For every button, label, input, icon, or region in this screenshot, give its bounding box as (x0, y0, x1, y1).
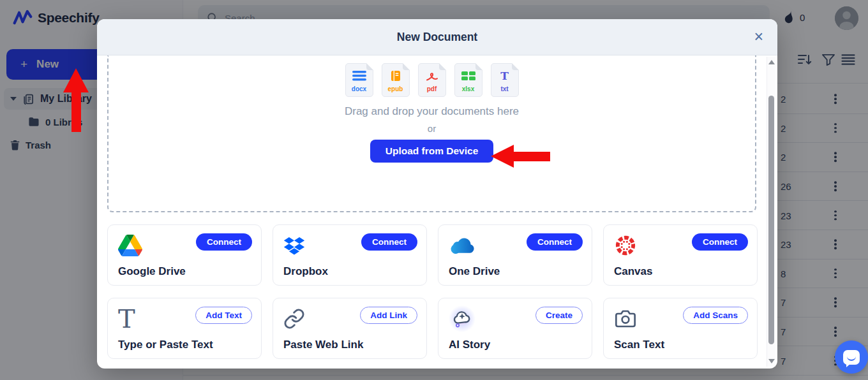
import-cards-grid: Connect Google Drive Connect Dropbox Con… (107, 224, 758, 359)
annotation-arrow-left-head (491, 145, 514, 168)
card-label: Paste Web Link (283, 339, 363, 351)
card-label: AI Story (449, 339, 490, 351)
file-type-icons: docx epub pdf xlsx T txt (108, 63, 755, 97)
card-label: Dropbox (283, 265, 328, 278)
card-google-drive[interactable]: Connect Google Drive (107, 224, 262, 286)
file-type-label: docx (352, 85, 366, 92)
add-link-button[interactable]: Add Link (360, 307, 417, 324)
add-scans-button[interactable]: Add Scans (683, 307, 748, 324)
add-text-button[interactable]: Add Text (195, 307, 252, 324)
drag-drop-text: Drag and drop your documents here (108, 105, 755, 118)
onedrive-icon (449, 233, 474, 258)
google-drive-icon (118, 233, 142, 258)
upload-from-device-button[interactable]: Upload from Device (370, 140, 494, 163)
card-label: Type or Paste Text (118, 339, 213, 351)
app-root: Speechify + New My Library 0 Libros Tras… (0, 0, 868, 380)
text-T-icon: T (118, 306, 135, 332)
link-icon (283, 306, 305, 332)
dropbox-icon (283, 233, 305, 258)
chat-launcher-button[interactable] (835, 340, 868, 374)
scrollbar-thumb[interactable] (768, 96, 774, 344)
file-type-pdf: pdf (418, 63, 446, 97)
card-label: Canvas (614, 265, 652, 278)
epub-book-icon (389, 66, 402, 86)
connect-canvas-button[interactable]: Connect (692, 233, 748, 251)
annotation-arrow-up-head (63, 68, 89, 92)
close-icon[interactable]: × (754, 27, 763, 46)
connect-dropbox-button[interactable]: Connect (361, 233, 417, 251)
camera-icon (614, 306, 637, 332)
scroll-up-arrow-icon[interactable] (768, 60, 775, 64)
or-text: or (108, 123, 755, 134)
file-type-epub: epub (382, 63, 410, 97)
annotation-arrow-left-shaft (513, 152, 550, 161)
new-document-modal: New Document × docx epub pdf (97, 19, 777, 369)
file-type-label: epub (388, 85, 403, 92)
file-type-xlsx: xlsx (454, 63, 483, 97)
create-ai-story-button[interactable]: Create (535, 307, 583, 324)
chat-bubble-icon (843, 350, 860, 365)
docx-lines-icon (352, 66, 366, 86)
card-type-or-paste-text[interactable]: T Add Text Type or Paste Text (107, 298, 262, 359)
file-type-label: pdf (427, 85, 437, 92)
modal-header: New Document × (97, 19, 777, 55)
file-type-label: txt (500, 85, 508, 92)
card-dropbox[interactable]: Connect Dropbox (273, 224, 427, 286)
card-one-drive[interactable]: Connect One Drive (438, 224, 592, 286)
card-label: One Drive (449, 265, 500, 278)
file-type-txt: T txt (491, 63, 519, 97)
modal-title: New Document (97, 19, 777, 55)
annotation-arrow-up-shaft (71, 91, 81, 132)
ai-story-sparkle-icon (449, 306, 475, 332)
connect-google-drive-button[interactable]: Connect (196, 233, 252, 251)
card-ai-story[interactable]: Create AI Story (438, 298, 592, 359)
card-label: Scan Text (614, 339, 664, 351)
scroll-down-arrow-icon[interactable] (768, 359, 775, 363)
connect-onedrive-button[interactable]: Connect (527, 233, 583, 251)
file-type-label: xlsx (462, 85, 474, 92)
xlsx-table-icon (461, 66, 475, 86)
modal-scrollbar[interactable] (767, 57, 775, 367)
dropzone[interactable]: docx epub pdf xlsx T txt (107, 55, 756, 212)
card-canvas[interactable]: Connect Canvas (603, 224, 758, 286)
file-type-docx: docx (345, 63, 373, 97)
txt-letter-icon: T (500, 66, 509, 86)
canvas-icon (614, 233, 637, 258)
card-label: Google Drive (118, 265, 186, 278)
card-paste-web-link[interactable]: Add Link Paste Web Link (273, 298, 427, 359)
card-scan-text[interactable]: Add Scans Scan Text (603, 298, 758, 359)
pdf-acrobat-icon (425, 66, 439, 86)
